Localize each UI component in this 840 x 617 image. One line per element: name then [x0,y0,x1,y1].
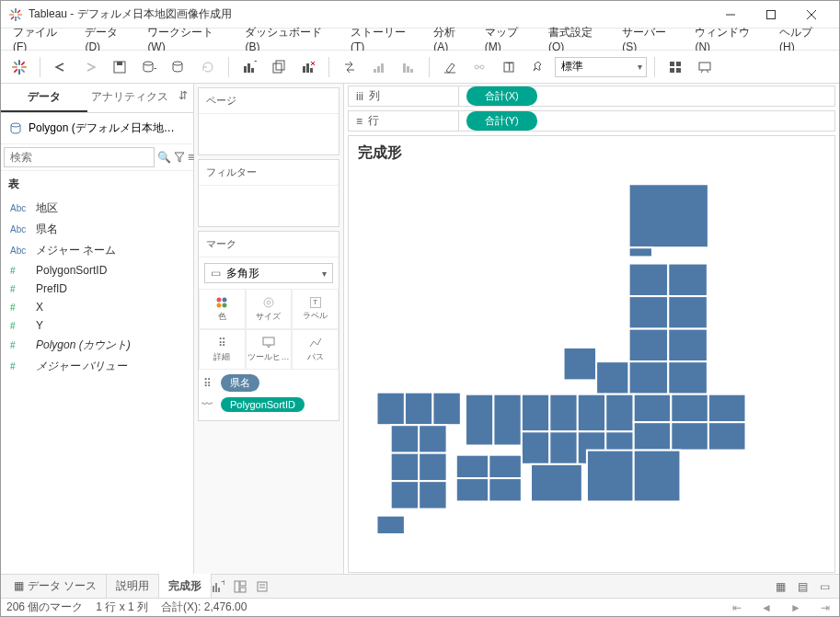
fit-selector[interactable]: 標準 [555,57,647,77]
viz-canvas[interactable] [349,170,834,572]
new-story-tab[interactable] [256,580,278,593]
svg-rect-49 [676,62,681,66]
datasource-tab[interactable]: ▦データ ソース [5,574,107,599]
path-pill-icon: 〰 [199,398,215,411]
dimension-field[interactable]: Abc地区 [5,198,190,219]
sheet-tab[interactable]: 説明用 [107,574,159,599]
search-input[interactable] [4,147,155,167]
mark-color-button[interactable]: 色 [199,289,246,329]
swap-button[interactable] [337,54,362,80]
status-nav-prev-icon[interactable]: ◄ [758,601,775,614]
columns-pill[interactable]: 合計(X) [466,86,537,106]
view-icon[interactable]: ≡ [188,148,194,166]
pause-updates-button[interactable] [166,54,191,80]
redo-button[interactable] [77,54,103,80]
status-nav-next-icon[interactable]: ► [788,601,804,614]
measure-field[interactable]: #Polygon (カウント) [5,335,190,356]
filter-icon[interactable] [174,148,185,166]
status-dims: 1 行 x 1 列 [96,600,148,615]
measure-field[interactable]: #PrefID [5,280,190,298]
measure-field[interactable]: #PolygonSortID [5,261,190,280]
highlight-button[interactable] [437,54,463,80]
size-icon [262,296,275,309]
svg-point-22 [144,62,153,65]
clear-sheet-button[interactable] [295,54,321,80]
mark-type-selector[interactable]: ▭ 多角形 [204,263,333,283]
mark-label-button[interactable]: Tラベル [292,289,339,329]
svg-rect-80 [522,394,549,432]
datasource-row[interactable]: Polygon (デフォルメ日本地… [1,113,193,144]
svg-rect-86 [708,394,746,422]
status-nav-last-icon[interactable]: ⇥ [817,601,834,614]
cards-column: ページ フィルター マーク ▭ 多角形 色 サイズ Tラベル ⠿詳細 ツールヒ…… [194,84,344,574]
mark-size-button[interactable]: サイズ [246,289,293,329]
svg-rect-36 [374,69,376,73]
tab-data[interactable]: データ [1,84,87,112]
refresh-button[interactable] [195,54,221,80]
detail-pill[interactable]: 県名 [221,374,259,392]
dimension-field[interactable]: Abcメジャー ネーム [5,240,190,261]
sort-asc-button[interactable] [366,54,392,80]
svg-point-61 [267,301,270,304]
sort-desc-button[interactable] [396,54,421,80]
svg-rect-103 [391,453,419,481]
show-filmstrip-icon[interactable]: ▦ [769,580,791,593]
rows-shelf[interactable]: ≡行 合計(Y) [348,110,835,131]
new-datasource-button[interactable]: + [136,54,162,80]
mark-tooltip-button[interactable]: ツールヒ… [246,329,293,370]
svg-rect-76 [405,393,432,426]
mark-detail-button[interactable]: ⠿詳細 [199,329,246,370]
undo-button[interactable] [48,54,74,80]
svg-rect-21 [117,62,122,65]
search-icon[interactable]: 🔍 [157,148,171,166]
pin-button[interactable] [525,54,551,80]
new-worksheet-button[interactable]: + [236,54,262,80]
field-list: Abc地区 Abc県名 Abcメジャー ネーム #PolygonSortID #… [1,198,193,377]
presentation-button[interactable] [692,54,718,80]
datasource-tab-icon: ▦ [14,579,24,592]
visualization[interactable]: 完成形 [348,135,835,573]
filters-card[interactable]: フィルター [198,159,339,227]
group-button[interactable] [466,54,492,80]
svg-rect-66 [668,264,708,297]
pages-card-header: ページ [199,88,339,114]
svg-rect-79 [493,394,521,446]
label-button[interactable]: T [496,54,522,80]
pages-card[interactable]: ページ [198,87,339,155]
tab-analytics[interactable]: アナリティクス [87,84,174,112]
new-worksheet-tab[interactable]: + [212,580,234,593]
svg-rect-87 [391,425,419,452]
svg-rect-101 [587,451,634,502]
pane-options-icon[interactable]: ⇵ [173,84,193,112]
measure-field[interactable]: #X [5,298,190,316]
save-button[interactable] [107,54,132,80]
dimension-field[interactable]: Abc県名 [5,219,190,240]
mark-path-button[interactable]: パス [292,329,339,370]
status-nav-first-icon[interactable]: ⇤ [729,601,745,614]
detail-pill-icon: ⠿ [199,377,215,390]
show-me-button[interactable] [662,54,688,80]
measure-field[interactable]: #メジャー バリュー [5,356,190,377]
show-tabs-icon[interactable]: ▭ [813,580,835,593]
path-pill[interactable]: PolygonSortID [221,397,305,412]
columns-shelf[interactable]: iii列 合計(X) [348,86,835,107]
measure-field[interactable]: #Y [5,316,190,335]
detail-icon: ⠿ [218,337,226,349]
svg-rect-77 [432,393,460,426]
duplicate-sheet-button[interactable] [266,54,292,80]
svg-line-4 [11,10,14,13]
svg-point-60 [264,298,273,307]
status-sumx: 合計(X): 2,476.00 [161,600,247,615]
svg-line-19 [14,69,17,72]
svg-rect-97 [489,455,522,478]
svg-point-58 [217,303,222,307]
rows-pill[interactable]: 合計(Y) [466,111,537,131]
viz-title[interactable]: 完成形 [349,136,834,170]
sheet-tab-active[interactable]: 完成形 [159,574,212,599]
tableau-logo-button[interactable] [6,54,32,80]
show-sheets-icon[interactable]: ▤ [791,580,813,593]
datasource-icon [8,121,23,136]
polygon-icon: ▭ [211,267,221,280]
new-dashboard-tab[interactable] [234,580,256,593]
status-bar: 206 個のマーク 1 行 x 1 列 合計(X): 2,476.00 ⇤ ◄ … [1,598,839,616]
